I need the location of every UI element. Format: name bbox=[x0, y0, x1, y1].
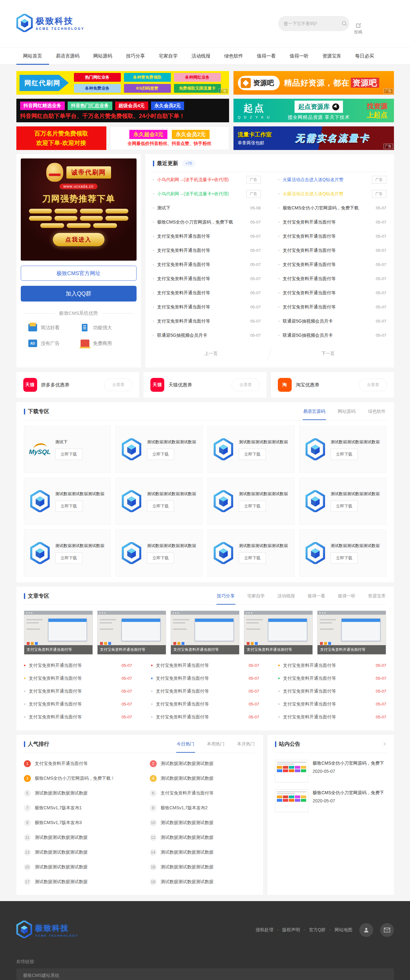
ad-banner-liuliangka[interactable]: 流量卡工作室 单拿两张包邮 无需实名流量卡 广告 bbox=[233, 126, 394, 150]
download-now-button[interactable]: 立即下载 bbox=[331, 501, 358, 512]
download-tab[interactable]: 网站源码 bbox=[337, 408, 356, 420]
nav-item[interactable]: 资源宝库 bbox=[316, 48, 348, 64]
article-item-link[interactable]: 支付宝免资料开通当面付等 bbox=[29, 702, 119, 707]
article-tab[interactable]: 宅家自学 bbox=[247, 592, 266, 604]
article-card[interactable]: 支付宝免资料开通当面付等 bbox=[317, 611, 386, 655]
download-item-title[interactable]: 测试数据测试数据测试数据 bbox=[55, 542, 107, 549]
nav-item[interactable]: 网站首页 bbox=[16, 48, 49, 64]
article-item-link[interactable]: 支付宝免资料开通当面付等 bbox=[283, 714, 373, 720]
nav-item[interactable]: 活动线报 bbox=[185, 48, 217, 64]
ranking-item-link[interactable]: 测试数据测试数据测试数据 bbox=[161, 850, 214, 855]
recent-item-link[interactable]: 支付宝免资料开通当面付等 bbox=[283, 234, 372, 239]
ranking-item-link[interactable]: 测试数据测试数据测试数据 bbox=[161, 835, 214, 840]
article-tab[interactable]: 资源宝库 bbox=[367, 592, 386, 604]
search-input[interactable] bbox=[283, 21, 341, 26]
ranking-item-link[interactable]: 测试数据测试数据测试数据 bbox=[161, 776, 214, 781]
nav-item[interactable]: 值得一听 bbox=[283, 48, 316, 64]
ranking-item-link[interactable]: 测试数据测试数据测试数据 bbox=[161, 820, 214, 826]
download-tab[interactable]: 易语言源码 bbox=[303, 408, 326, 420]
article-item-link[interactable]: 支付宝免资料开通当面付等 bbox=[156, 663, 246, 668]
recent-item-link[interactable]: 测试下 bbox=[157, 205, 247, 211]
article-card[interactable]: 支付宝免资料开通当面付等 bbox=[171, 611, 239, 655]
recent-item-link[interactable]: 支付宝免资料开通当面付等 bbox=[157, 262, 247, 267]
article-item-link[interactable]: 支付宝免资料开通当面付等 bbox=[283, 676, 373, 681]
recent-item-link[interactable]: 支付宝免资料开通当面付等 bbox=[157, 304, 247, 310]
article-item-link[interactable]: 支付宝免资料开通当面付等 bbox=[283, 689, 373, 694]
ranking-item-link[interactable]: 支付宝免资料开通当面付等 bbox=[35, 761, 88, 767]
article-item-link[interactable]: 支付宝免资料开通当面付等 bbox=[283, 663, 373, 668]
ranking-tab[interactable]: 今日热门 bbox=[176, 740, 195, 752]
download-now-button[interactable]: 立即下载 bbox=[147, 449, 174, 460]
download-now-button[interactable]: 立即下载 bbox=[239, 552, 266, 564]
download-item-title[interactable]: 测试数据测试数据测试数据 bbox=[239, 542, 290, 549]
ad-banner-mingpianzan[interactable]: 百万名片赞免费领取 欢迎下单-欢迎对接 bbox=[16, 126, 106, 150]
coupon-card[interactable]: 天猫 拼多多优惠券 去看看 bbox=[16, 372, 139, 398]
ad-banner-qidian[interactable]: 起点 Q D Z Y K U 起点资源库 揽全网精品资源 享天下技术 找资源 上… bbox=[233, 99, 394, 122]
notice-item[interactable]: 极致CMS全仿小刀官网源码，免费下 2020-05-07 bbox=[275, 760, 386, 783]
ranking-item-link[interactable]: 极致CMSv1,7版本发布1 bbox=[35, 805, 82, 811]
download-item-title[interactable]: 测试数据测试数据测试数据 bbox=[55, 490, 107, 497]
ad-banner-huiyuan[interactable]: 永久超会3元 永久会员2元 全网最低价抖音粉丝、抖音点赞、快手粉丝 bbox=[110, 126, 229, 150]
chevron-right-icon[interactable]: › bbox=[383, 740, 386, 747]
recent-item-link[interactable]: 联通迎5G抽视频会员月卡 bbox=[283, 332, 372, 338]
official-site-button[interactable]: 极致CMS官方网址 bbox=[21, 266, 137, 281]
recent-item-link[interactable]: 支付宝免资料开通当面付等 bbox=[283, 262, 372, 267]
ranking-tab[interactable]: 本周热门 bbox=[206, 740, 225, 752]
download-item-title[interactable]: 测试数据测试数据测试数据 bbox=[331, 490, 382, 497]
article-item-link[interactable]: 支付宝免资料开通当面付等 bbox=[29, 714, 119, 720]
recent-item-link[interactable]: 支付宝免资料开通当面付等 bbox=[157, 318, 247, 324]
recent-item-link[interactable]: 支付宝免资料开通当面付等 bbox=[157, 290, 247, 296]
recent-item-link[interactable]: 支付宝免资料开通当面付等 bbox=[283, 304, 372, 310]
download-item-title[interactable]: 测试数据测试数据测试数据 bbox=[331, 542, 382, 549]
ranking-tab[interactable]: 本月热门 bbox=[237, 740, 255, 752]
next-page-button[interactable]: 下一页 bbox=[270, 351, 386, 356]
recent-item-link[interactable]: 小鸟代刷网→(送手机流量卡+收代理) bbox=[157, 191, 242, 197]
ad-banner-ziyuanba[interactable]: 资源吧 精品好资源，都在资源吧 广告 bbox=[233, 71, 394, 95]
download-item-title[interactable]: 测试数据测试数据测试数据 bbox=[147, 439, 198, 445]
coupon-go-button[interactable]: 去看看 bbox=[104, 379, 132, 391]
footer-link[interactable]: 侵权处理 bbox=[256, 927, 282, 933]
recent-item-link[interactable]: 火爆活动点击进入送Q钻名片赞 bbox=[283, 177, 368, 183]
ranking-item-link[interactable]: 测试数据测试数据测试数据 bbox=[35, 864, 88, 870]
download-now-button[interactable]: 立即下载 bbox=[55, 552, 83, 564]
download-now-button[interactable]: 立即下载 bbox=[55, 501, 83, 512]
nav-item[interactable]: 宅家自学 bbox=[152, 48, 185, 64]
download-item-title[interactable]: 测试数据测试数据测试数据 bbox=[147, 490, 198, 497]
article-tab[interactable]: 技巧分享 bbox=[217, 592, 235, 604]
article-item-link[interactable]: 支付宝免资料开通当面付等 bbox=[283, 702, 373, 707]
recent-item-link[interactable]: 支付宝免资料开通当面付等 bbox=[157, 234, 247, 239]
article-tab[interactable]: 值得一听 bbox=[337, 592, 356, 604]
download-now-button[interactable]: 立即下载 bbox=[239, 449, 266, 460]
article-item-link[interactable]: 支付宝免资料开通当面付等 bbox=[156, 689, 246, 694]
article-item-link[interactable]: 支付宝免资料开通当面付等 bbox=[156, 714, 246, 720]
ranking-item-link[interactable]: 测试数据测试数据测试数据 bbox=[35, 879, 88, 885]
footer-link[interactable]: 网站地图 bbox=[335, 927, 353, 933]
recent-item-link[interactable]: 支付宝免资料开通当面付等 bbox=[283, 276, 372, 282]
download-now-button[interactable]: 立即下载 bbox=[331, 552, 358, 564]
sidebar-promo-ad[interactable]: 诚帝代刷网 www.ucxada.cn 刀网强势推荐下单 点我进入 bbox=[21, 159, 137, 261]
ranking-item-link[interactable]: 测试数据测试数据测试数据 bbox=[161, 761, 214, 767]
ranking-item-link[interactable]: 测试数据测试数据测试数据 bbox=[161, 879, 214, 885]
ad-banner-douyin[interactable]: 抖音网红精选业务抖音热门汇总业务超级会员4元永久会员2元 抖音网红自助下单平台、… bbox=[16, 99, 229, 122]
article-item-link[interactable]: 支付宝免资料开通当面付等 bbox=[156, 702, 246, 707]
nav-item[interactable]: 每日必买 bbox=[348, 48, 381, 64]
user-icon[interactable] bbox=[359, 923, 373, 937]
article-item-link[interactable]: 支付宝免资料开通当面付等 bbox=[156, 676, 246, 681]
article-card[interactable]: 支付宝免资料开通当面付等 bbox=[244, 611, 313, 655]
footer-link[interactable]: 版权声明 bbox=[282, 927, 309, 933]
article-item-link[interactable]: 支付宝免资料开通当面付等 bbox=[29, 663, 119, 668]
recent-item-link[interactable]: 支付宝免资料开通当面付等 bbox=[283, 248, 372, 253]
recent-item-link[interactable]: 小鸟代刷网→(送手机流量卡+收代理) bbox=[157, 177, 242, 183]
ranking-item-link[interactable]: 极致CMS全仿小刀官网源码，免费下载！ bbox=[35, 776, 115, 781]
mail-icon[interactable] bbox=[380, 923, 394, 937]
notice-item[interactable]: 极致CMS全仿小刀官网源码，免费下 2020-05-07 bbox=[275, 789, 386, 812]
download-now-button[interactable]: 立即下载 bbox=[55, 449, 83, 460]
nav-item[interactable]: 绿色软件 bbox=[217, 48, 250, 64]
ranking-item-link[interactable]: 极致CMSv1,7版本发布2 bbox=[161, 805, 208, 811]
download-item-title[interactable]: 测试下 bbox=[55, 439, 107, 445]
prev-page-button[interactable]: 上一页 bbox=[153, 351, 270, 356]
article-card[interactable]: 支付宝免资料开通当面付等 bbox=[24, 611, 93, 655]
download-item-title[interactable]: 测试数据测试数据测试数据 bbox=[239, 490, 290, 497]
download-now-button[interactable]: 立即下载 bbox=[331, 449, 358, 460]
article-card[interactable]: 支付宝免资料开通当面付等 bbox=[97, 611, 166, 655]
